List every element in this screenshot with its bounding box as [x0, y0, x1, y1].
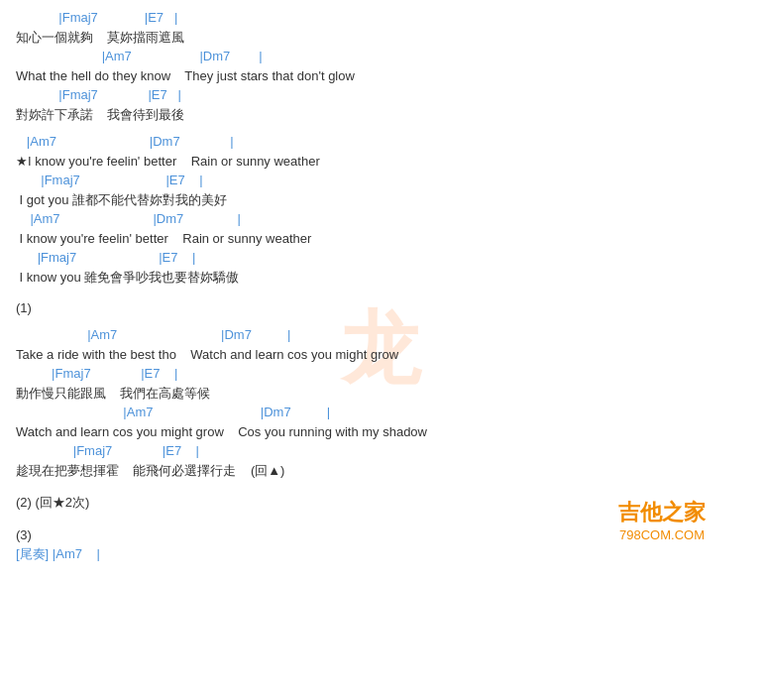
- line-24: |Fmaj7 |E7 |: [16, 441, 749, 461]
- line-10: I got you 誰都不能代替妳對我的美好: [16, 190, 749, 210]
- line-13: |Fmaj7 |E7 |: [16, 248, 749, 268]
- line-21: 動作慢只能跟風 我們在高處等候: [16, 384, 749, 404]
- line-8: ★I know you're feelin' better Rain or su…: [16, 152, 749, 172]
- line-11: |Am7 |Dm7 |: [16, 209, 749, 229]
- line-6: [16, 124, 749, 132]
- line-3: What the hell do they know They just sta…: [16, 66, 749, 86]
- line-18: |Am7 |Dm7 |: [16, 325, 749, 345]
- line-27: (2) (回★2次): [16, 494, 749, 512]
- line-30: [尾奏] |Am7 |: [16, 544, 749, 564]
- line-9: |Fmaj7 |E7 |: [16, 171, 749, 190]
- line-4: |Fmaj7 |E7 |: [16, 85, 749, 105]
- line-2: |Am7 |Dm7 |: [16, 47, 749, 66]
- line-7: |Am7 |Dm7 |: [16, 132, 749, 152]
- line-12: I know you're feelin' better Rain or sun…: [16, 229, 749, 249]
- line-25: 趁現在把夢想揮霍 能飛何必選擇行走 (回▲): [16, 461, 749, 481]
- line-14: I know you 雖免會爭吵我也要替妳驕傲: [16, 268, 749, 288]
- line-0: |Fmaj7 |E7 |: [16, 8, 749, 28]
- line-22: |Am7 |Dm7 |: [16, 403, 749, 422]
- line-16: (1): [16, 300, 749, 315]
- line-26: [16, 480, 749, 488]
- page-container: 龙 |Fmaj7 |E7 |知心一個就夠 莫妳擋雨遮風 |Am7 |Dm7 |W…: [0, 0, 765, 572]
- line-1: 知心一個就夠 莫妳擋雨遮風: [16, 28, 749, 48]
- line-15: [16, 287, 749, 294]
- line-19: Take a ride with the best tho Watch and …: [16, 345, 749, 365]
- line-29: (3): [16, 527, 749, 542]
- line-5: 對妳許下承諾 我會待到最後: [16, 105, 749, 125]
- line-28: [16, 514, 749, 522]
- line-17: [16, 317, 749, 325]
- content: |Fmaj7 |E7 |知心一個就夠 莫妳擋雨遮風 |Am7 |Dm7 |Wha…: [16, 8, 749, 564]
- line-20: |Fmaj7 |E7 |: [16, 364, 749, 384]
- line-23: Watch and learn cos you might grow Cos y…: [16, 422, 749, 442]
